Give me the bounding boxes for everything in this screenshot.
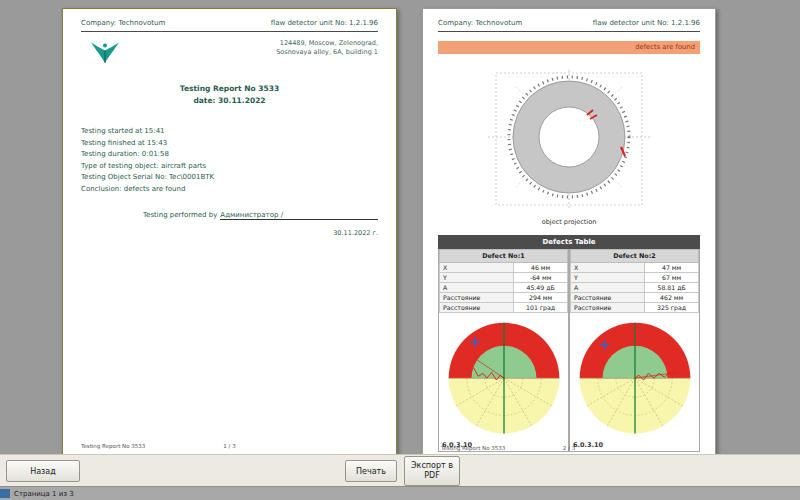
defects-columns: Defect No:1 X46 мм Y-64 мм A45.49 дБ Рас… bbox=[438, 249, 700, 452]
unit-number: flaw detector unit No: 1.2.1.96 bbox=[593, 19, 700, 27]
polar-scan-2 bbox=[572, 315, 698, 447]
signature-name: Администратор / bbox=[220, 211, 378, 220]
signature-line: Testing performed by Администратор / bbox=[143, 211, 378, 220]
defects-found-banner: defects are found bbox=[438, 41, 700, 54]
report-page-2[interactable]: Company: Technovotum flaw detector unit … bbox=[422, 8, 716, 455]
export-pdf-button[interactable]: Экспорт в PDF bbox=[404, 456, 460, 486]
logo-address-row: 124489, Moscow, Zelenograd, Sosnovaya al… bbox=[81, 39, 378, 67]
company-name: Company: Technovotum bbox=[81, 19, 165, 27]
company-address: 124489, Moscow, Zelenograd, Sosnovaya al… bbox=[276, 39, 378, 67]
defect-2-panel: Defect No:2 X47 мм Y67 мм A58.81 дБ Расс… bbox=[569, 249, 700, 452]
defects-table-title: Defects Table bbox=[438, 235, 700, 249]
bottom-toolbar: Назад Печать Экспорт в PDF bbox=[0, 454, 800, 487]
page-1-footer: Testing Report No 3533 1 / 3 bbox=[81, 443, 378, 449]
back-button[interactable]: Назад bbox=[6, 460, 80, 482]
defect-1-title: Defect No:1 bbox=[440, 250, 568, 263]
print-button[interactable]: Печать bbox=[345, 460, 397, 482]
detail-line: Type of testing object: aircraft parts bbox=[81, 161, 378, 173]
company-name: Company: Technovotum bbox=[438, 19, 522, 27]
signature-date: 30.11.2022 г. bbox=[81, 229, 378, 237]
page-indicator: Страница 1 из 3 bbox=[14, 490, 74, 498]
defect-2-scan-chart: 6.0.3.10 bbox=[570, 315, 699, 451]
defect-1-scan-chart: 6.0.3.10 bbox=[439, 315, 568, 451]
detail-line: Testing Object Serial No: Tec\0001BTK bbox=[81, 172, 378, 184]
page-2-footer: Testing Report No 3533 2 / 3 bbox=[441, 445, 697, 451]
defect-1-table: Defect No:1 X46 мм Y-64 мм A45.49 дБ Рас… bbox=[439, 249, 568, 313]
report-title: Testing Report No 3533 date: 30.11.2022 bbox=[81, 83, 378, 106]
page-1-header: Company: Technovotum flaw detector unit … bbox=[81, 9, 378, 32]
defect-2-title: Defect No:2 bbox=[571, 250, 699, 263]
report-preview-window: Company: Technovotum flaw detector unit … bbox=[0, 0, 800, 500]
status-bar: Страница 1 из 3 bbox=[0, 486, 800, 500]
testing-details: Testing started at 15:41 Testing finishe… bbox=[81, 126, 378, 195]
detail-line: Conclusion: defects are found bbox=[81, 184, 378, 196]
object-projection-plot bbox=[438, 67, 700, 217]
projection-caption: object projection bbox=[438, 218, 700, 226]
detail-line: Testing duration: 0:01:58 bbox=[81, 149, 378, 161]
projection-diagram bbox=[479, 67, 659, 213]
defect-2-table: Defect No:2 X47 мм Y67 мм A58.81 дБ Расс… bbox=[570, 249, 699, 313]
status-accent-chip bbox=[0, 489, 10, 498]
detail-line: Testing started at 15:41 bbox=[81, 126, 378, 138]
defect-1-panel: Defect No:1 X46 мм Y-64 мм A45.49 дБ Рас… bbox=[438, 249, 569, 452]
report-page-1[interactable]: Company: Technovotum flaw detector unit … bbox=[62, 8, 397, 455]
page-2-header: Company: Technovotum flaw detector unit … bbox=[438, 9, 700, 32]
preview-area: Company: Technovotum flaw detector unit … bbox=[0, 0, 800, 455]
company-logo-icon bbox=[87, 39, 123, 67]
page-1-content: Company: Technovotum flaw detector unit … bbox=[63, 9, 396, 454]
unit-number: flaw detector unit No: 1.2.1.96 bbox=[271, 19, 378, 27]
detail-line: Testing finished at 15:43 bbox=[81, 138, 378, 150]
page-2-content: Company: Technovotum flaw detector unit … bbox=[423, 9, 715, 455]
polar-scan-1 bbox=[441, 315, 567, 447]
